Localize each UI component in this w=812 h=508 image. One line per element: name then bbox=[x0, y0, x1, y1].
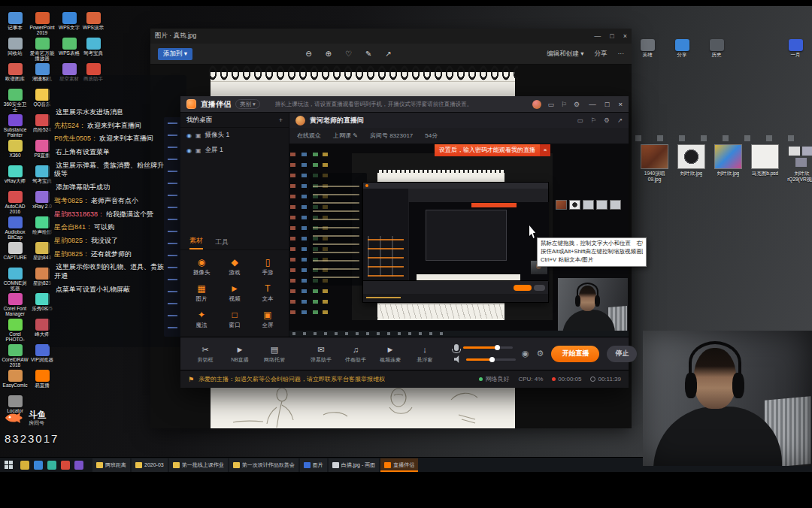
toolbar-item[interactable]: ▤ 网络托管 bbox=[257, 344, 292, 364]
chat-username[interactable]: P8先生0505： bbox=[54, 135, 98, 142]
slider-knob[interactable] bbox=[495, 345, 500, 350]
tab-my-desktop[interactable]: 我的桌面 bbox=[186, 116, 212, 125]
tool-button[interactable]: ◉ 摄像头 bbox=[185, 257, 218, 277]
chat-username[interactable]: 驾考0825： bbox=[54, 197, 89, 204]
titlebar-icon[interactable]: ⚙ bbox=[574, 101, 580, 108]
chat-username[interactable]: 先枯524： bbox=[54, 122, 86, 129]
taskbar-task[interactable]: 第一批线上课作业 bbox=[169, 458, 228, 472]
photo-tool-icon[interactable]: ♡ bbox=[345, 50, 352, 58]
desktop-icon[interactable]: 分享 bbox=[668, 39, 695, 65]
desktop-icon[interactable]: 历史 bbox=[703, 39, 730, 65]
minimize-icon[interactable]: — bbox=[589, 100, 596, 108]
taskbar-task[interactable]: 两班距离 bbox=[92, 458, 130, 472]
source-row[interactable]: ◉ ▣ 全屏 1 bbox=[180, 143, 289, 158]
slider-knob[interactable] bbox=[489, 357, 495, 362]
maximize-icon[interactable]: □ bbox=[610, 32, 614, 40]
desktop-icon[interactable]: Corel Font Manager bbox=[2, 293, 29, 319]
chat-username[interactable]: 星韵0825： bbox=[54, 237, 89, 244]
room-stat-item[interactable]: 在线观众 bbox=[297, 132, 321, 140]
desktop-icon[interactable]: VIP浏览器 bbox=[29, 344, 56, 370]
chat-username[interactable]: 星韵83318638： bbox=[54, 210, 105, 218]
stop-button[interactable]: 停止 bbox=[607, 346, 637, 362]
desktop-icon[interactable]: 欧谱图库 bbox=[2, 63, 29, 89]
desktop-icon[interactable]: X360 bbox=[2, 140, 29, 165]
desktop-icon[interactable]: Audiobox BitCap bbox=[2, 216, 29, 242]
desktop-icon[interactable]: CAPTURE bbox=[2, 242, 29, 268]
titlebar-icon[interactable]: ⚐ bbox=[561, 101, 567, 108]
desktop-icon[interactable]: vRay大师 bbox=[2, 165, 29, 191]
source-row[interactable]: ◉ ▣ 摄像头 1 bbox=[180, 128, 289, 143]
taskbar-task[interactable]: 图片 bbox=[300, 458, 327, 472]
microphone-icon[interactable] bbox=[454, 344, 459, 351]
taskbar-task[interactable]: 直播伴侣 bbox=[380, 458, 418, 472]
taskbar-app-icon[interactable] bbox=[74, 461, 83, 470]
room-action-icon[interactable]: ▭ bbox=[577, 116, 583, 124]
tool-button[interactable]: □ 窗口 bbox=[218, 310, 251, 329]
taskbar-app-icon[interactable] bbox=[34, 461, 43, 470]
file-thumbnail[interactable]: 马克图b.psd bbox=[748, 144, 782, 183]
desktop-icon[interactable]: 360安全卫士 bbox=[2, 89, 29, 114]
desktop-icon[interactable]: COMNE浏览器 bbox=[2, 268, 29, 293]
tool-button[interactable]: ▦ 图片 bbox=[185, 283, 218, 303]
settings-gear-icon[interactable]: ⚙ bbox=[537, 349, 544, 358]
desktop-icon[interactable]: Substance Painter bbox=[2, 114, 29, 140]
taskbar-app-icon[interactable] bbox=[61, 461, 70, 470]
toolbar-item[interactable]: ► NB直播 bbox=[223, 344, 257, 364]
room-action-icon[interactable]: ⚐ bbox=[591, 116, 597, 124]
assistant-item[interactable]: ✉ 弹幕助手 bbox=[304, 344, 338, 364]
toolbar-item[interactable]: ✂ 剪切框 bbox=[188, 344, 223, 364]
desktop-icon[interactable]: 爱奇艺万能播放器 bbox=[29, 38, 56, 63]
desktop-icon[interactable]: WPS文字 bbox=[56, 12, 83, 38]
maximize-icon[interactable]: □ bbox=[605, 100, 610, 108]
desktop-icon[interactable]: AutoCAD 2016 bbox=[2, 191, 29, 216]
assistant-item[interactable]: ↓ 悬浮窗 bbox=[408, 344, 442, 364]
assistant-item[interactable]: ♫ 伴奏助手 bbox=[338, 344, 373, 364]
visibility-icon[interactable]: ◉ bbox=[186, 132, 192, 139]
tool-button[interactable]: T 文本 bbox=[251, 283, 284, 303]
chat-username[interactable]: 星韵0825： bbox=[54, 250, 89, 258]
desktop-icon[interactable]: 一月 bbox=[782, 39, 809, 65]
desktop-icon[interactable]: WPS表格 bbox=[56, 38, 83, 63]
room-action-icon[interactable]: ⚙ bbox=[604, 116, 610, 124]
desktop-icon[interactable]: 回收站 bbox=[2, 38, 29, 63]
mic-volume-slider[interactable] bbox=[463, 346, 513, 349]
desktop-icon[interactable]: 驾考宝典 bbox=[80, 38, 107, 63]
file-thumbnail[interactable]: 刘叶欣.jpg bbox=[711, 144, 745, 183]
start-stream-button[interactable]: 开始直播 bbox=[551, 346, 599, 362]
tab-materials[interactable]: 素材 bbox=[189, 236, 203, 249]
desktop-icon[interactable]: CorelDRAW 2018 bbox=[2, 344, 29, 370]
taskbar-app-icon[interactable] bbox=[47, 461, 56, 470]
category-dropdown[interactable]: 类别 ▾ bbox=[235, 99, 260, 109]
tab-tools[interactable]: 工具 bbox=[215, 237, 229, 249]
assistant-item[interactable]: ► 视频连麦 bbox=[373, 344, 408, 364]
share-button[interactable]: 分享 bbox=[595, 50, 607, 59]
desktop-icon[interactable]: WPS演示 bbox=[80, 12, 107, 38]
photo-tool-icon[interactable]: ✎ bbox=[365, 50, 371, 58]
preview-eye-icon[interactable]: ◉ bbox=[522, 349, 529, 358]
taskbar-task[interactable]: 第一次设计作品欣赏会 bbox=[229, 458, 298, 472]
tool-button[interactable]: ▯ 手游 bbox=[251, 257, 284, 277]
speaker-volume-slider[interactable] bbox=[466, 358, 516, 361]
room-action-icon[interactable]: ↗ bbox=[617, 116, 623, 124]
room-stat-item[interactable]: 上网课 ✎ bbox=[333, 132, 358, 140]
user-avatar[interactable] bbox=[532, 100, 541, 109]
visibility-icon[interactable]: ◉ bbox=[186, 147, 192, 154]
titlebar-icon[interactable]: ▭ bbox=[548, 101, 555, 108]
close-icon[interactable]: × bbox=[618, 100, 623, 108]
desktop-icon[interactable]: 易直播 bbox=[29, 370, 56, 395]
file-thumbnail[interactable]: 刘叶欣.jpg bbox=[674, 144, 708, 183]
file-thumbnail[interactable]: 1940演唱09.jpg bbox=[638, 144, 671, 183]
tool-button[interactable]: ▣ 全屏 bbox=[251, 310, 284, 329]
tool-button[interactable]: ◆ 游戏 bbox=[218, 257, 251, 277]
speaker-icon[interactable] bbox=[454, 355, 462, 363]
add-to-button[interactable]: 添加到 ▾ bbox=[158, 48, 192, 60]
chat-username[interactable]: 星会自841： bbox=[54, 223, 92, 231]
taskbar-app-icon[interactable] bbox=[20, 461, 29, 470]
room-stat-item[interactable]: 房间号 8323017 bbox=[370, 132, 413, 140]
room-stat-item[interactable]: 54分 bbox=[425, 132, 438, 140]
tool-button[interactable]: ✦ 魔法 bbox=[185, 310, 218, 329]
close-icon[interactable]: × bbox=[623, 32, 627, 40]
desktop-icon[interactable]: 记事本 bbox=[2, 12, 29, 38]
photo-tool-icon[interactable]: ↗ bbox=[385, 50, 391, 58]
file-thumbnail[interactable]: 刘叶欣rQ29(VR视频文本)图片.png bbox=[785, 144, 812, 183]
